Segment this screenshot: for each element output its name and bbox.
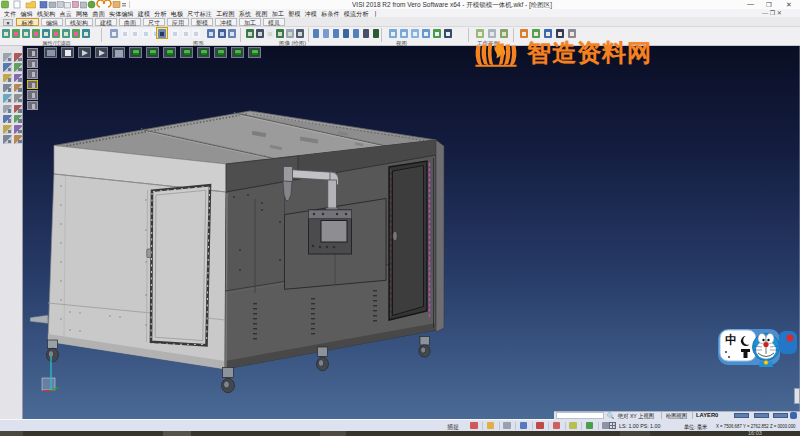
svg-text:中: 中	[725, 333, 737, 347]
